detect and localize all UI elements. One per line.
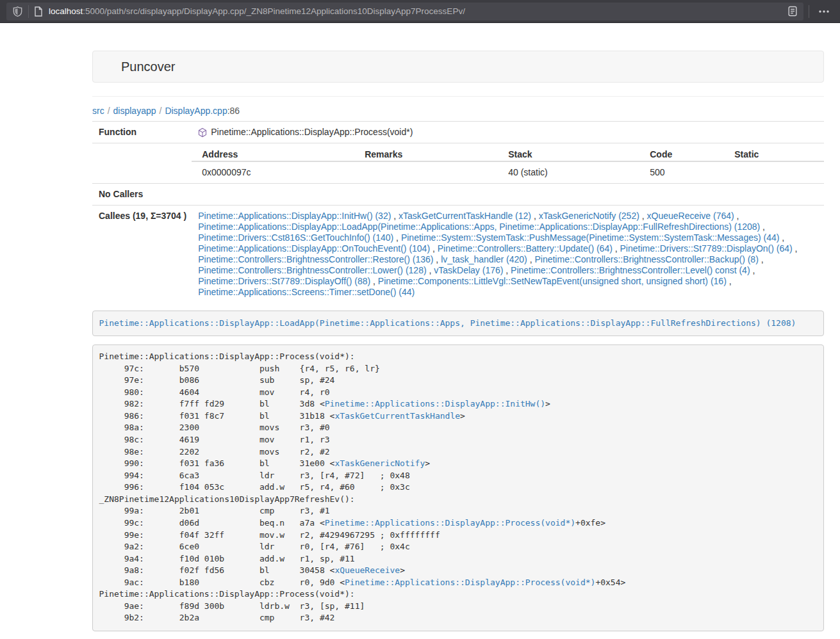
col-address: Address [192,143,354,161]
callee-link[interactable]: Pinetime::Drivers::St7789::DisplayOff() … [198,276,370,286]
app-header: Puncover [92,51,824,83]
breadcrumb-line-number: :86 [227,106,240,116]
breadcrumb-file[interactable]: DisplayApp.cpp [165,106,227,116]
address-value: 0x0000097c [192,161,354,183]
asm-symbol-link[interactable]: xTaskGetCurrentTaskHandle [334,411,460,421]
empty-cell [92,143,192,184]
breadcrumb-src[interactable]: src [92,106,104,116]
toolbar-divider [28,5,29,18]
callee-link[interactable]: Pinetime::Controllers::BrightnessControl… [534,254,758,264]
callee-link[interactable]: xQueueReceive (764) [647,211,734,221]
callee-link[interactable]: Pinetime::Applications::DisplayApp::Load… [198,222,760,232]
browser-toolbar: localhost:5000/path/src/displayapp/Displ… [0,0,840,23]
function-table: Function Pinetime::Applications::Display… [92,121,824,303]
callee-link[interactable]: Pinetime::Controllers::Battery::Update()… [438,243,613,254]
breadcrumb-separator: / [104,106,113,116]
page-icon[interactable] [34,6,43,17]
breadcrumb: src/displayapp/DisplayApp.cpp:86 [92,104,824,117]
callees-label: Callees (19, Σ=3704 ) [92,206,192,303]
col-stack: Stack [498,143,639,161]
url-text[interactable]: localhost:5000/path/src/displayapp/Displ… [49,6,787,16]
url-path: :5000/path/src/displayapp/DisplayApp.cpp… [83,6,465,16]
callee-link[interactable]: Pinetime::Applications::DisplayApp::Init… [198,211,391,221]
callee-link[interactable]: Pinetime::Applications::Screens::Timer::… [198,287,415,297]
static-value [724,161,824,183]
breadcrumb-displayapp[interactable]: displayapp [113,106,156,116]
callee-link[interactable]: Pinetime::System::SystemTask::PushMessag… [401,232,780,243]
asm-symbol-link[interactable]: Pinetime::Applications::DisplayApp::Proc… [325,518,575,528]
no-callers-row: No Callers [92,184,824,206]
symbol-snippet-panel: Pinetime::Applications::DisplayApp::Load… [92,311,824,336]
snippet-symbol-link[interactable]: Pinetime::Applications::DisplayApp::Load… [99,318,796,328]
symbol-cube-icon [198,127,207,138]
callee-link[interactable]: Pinetime::Components::LittleVgl::SetNewT… [378,276,727,286]
divider [92,96,824,97]
metrics-row: Address Remarks Stack Code Static 0x0000… [92,143,824,184]
shield-icon[interactable] [12,6,23,17]
function-row: Function Pinetime::Applications::Display… [92,122,824,143]
callees-row: Callees (19, Σ=3704 ) Pinetime::Applicat… [92,206,824,303]
callee-link[interactable]: xTaskGenericNotify (252) [539,211,639,221]
callee-link[interactable]: Pinetime::Controllers::BrightnessControl… [511,265,750,275]
function-label: Function [92,122,192,143]
asm-symbol-link[interactable]: xTaskGenericNotify [334,458,425,468]
callee-link[interactable]: Pinetime::Drivers::Cst816S::GetTouchInfo… [198,232,393,243]
callee-link[interactable]: Pinetime::Applications::DisplayApp::OnTo… [198,243,430,254]
callee-link[interactable]: vTaskDelay (176) [434,265,503,275]
callee-link[interactable]: Pinetime::Controllers::BrightnessControl… [198,254,433,264]
page-container: Puncover src/displayapp/DisplayApp.cpp:8… [92,51,824,631]
toolbar-divider [809,5,809,18]
col-static: Static [724,143,824,161]
url-host: localhost [49,6,83,16]
breadcrumb-separator: / [156,106,165,116]
metrics-value-row: 0x0000097c 40 (static) 500 [192,161,824,183]
reader-mode-icon[interactable] [787,6,798,17]
no-callers-cell [192,184,824,206]
remarks-value [354,161,498,183]
stack-value: 40 (static) [498,161,639,183]
code-value: 500 [639,161,724,183]
assembly-block: Pinetime::Applications::DisplayApp::Proc… [92,344,824,631]
callee-link[interactable]: Pinetime::Controllers::BrightnessControl… [198,265,426,275]
metrics-header-row: Address Remarks Stack Code Static [192,143,824,161]
asm-symbol-link[interactable]: Pinetime::Applications::DisplayApp::Proc… [345,578,595,587]
metrics-table: Address Remarks Stack Code Static 0x0000… [192,143,824,183]
callee-link[interactable]: xTaskGetCurrentTaskHandle (12) [399,211,531,221]
col-code: Code [639,143,724,161]
url-bar[interactable]: localhost:5000/path/src/displayapp/Displ… [6,3,803,20]
function-name: Pinetime::Applications::DisplayApp::Proc… [211,127,413,138]
callees-cell: Pinetime::Applications::DisplayApp::Init… [192,206,824,303]
callee-link[interactable]: Pinetime::Drivers::St7789::DisplayOn() (… [620,243,793,254]
asm-symbol-link[interactable]: xQueueReceive [334,565,400,575]
callee-link[interactable]: lv_task_handler (420) [441,254,527,264]
col-remarks: Remarks [354,143,498,161]
menu-ellipsis-icon[interactable] [814,10,834,13]
no-callers-label: No Callers [92,184,192,206]
page-title: Puncover [121,60,176,74]
asm-symbol-link[interactable]: Pinetime::Applications::DisplayApp::Init… [325,399,545,408]
